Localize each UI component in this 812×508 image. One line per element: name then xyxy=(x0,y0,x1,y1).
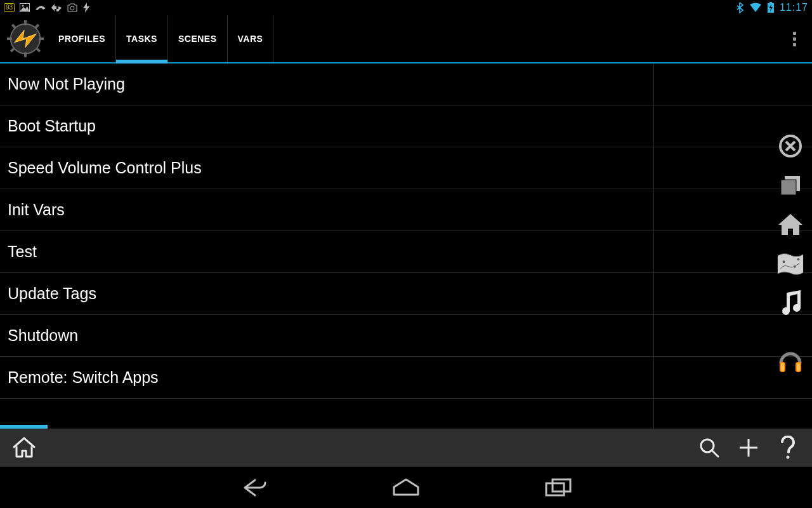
clock-text: 11:17 xyxy=(780,2,808,13)
camera-icon xyxy=(67,3,78,12)
svg-point-2 xyxy=(70,6,74,10)
svg-rect-22 xyxy=(781,363,784,371)
tasker-logo[interactable] xyxy=(3,16,48,62)
svg-point-19 xyxy=(797,258,800,260)
wifi-icon xyxy=(749,3,762,13)
task-row[interactable]: Init Vars xyxy=(0,189,653,231)
task-row[interactable]: Remote: Switch Apps xyxy=(0,357,653,399)
main-tabs: PROFILES TASKS SCENES VARS xyxy=(48,15,273,62)
home-icon[interactable] xyxy=(776,211,804,239)
svg-rect-30 xyxy=(553,479,570,491)
map-icon[interactable] xyxy=(776,250,804,278)
svg-rect-7 xyxy=(24,52,27,57)
bluetooth-icon xyxy=(737,2,744,13)
svg-point-17 xyxy=(783,260,785,263)
task-row[interactable]: Shutdown xyxy=(0,315,653,357)
tab-vars[interactable]: VARS xyxy=(228,15,274,62)
task-row[interactable]: Speed Volume Control Plus xyxy=(0,147,653,189)
windows-icon[interactable] xyxy=(776,171,804,199)
svg-rect-9 xyxy=(39,37,44,40)
tab-tasks[interactable]: TASKS xyxy=(116,15,168,62)
battery-charging-icon xyxy=(767,2,775,13)
task-icons-stack xyxy=(773,132,808,375)
svg-rect-6 xyxy=(24,20,27,25)
task-row[interactable]: Now Not Playing xyxy=(0,64,653,105)
svg-rect-4 xyxy=(769,2,772,3)
app-bottom-bar xyxy=(0,429,812,467)
music-icon[interactable] xyxy=(776,290,804,318)
status-bar: 93 11:17 xyxy=(0,0,812,15)
task-row[interactable]: Test xyxy=(0,231,653,273)
help-button[interactable] xyxy=(773,432,803,463)
search-button[interactable] xyxy=(694,432,724,463)
nav-recents-button[interactable] xyxy=(539,472,577,503)
svg-line-25 xyxy=(712,451,718,457)
svg-rect-29 xyxy=(546,483,564,495)
status-left-icons: 93 xyxy=(4,3,89,13)
sync-icon xyxy=(51,3,62,13)
tab-scenes[interactable]: SCENES xyxy=(168,15,228,62)
swoosh-icon xyxy=(35,4,46,11)
status-right-icons: 11:17 xyxy=(737,2,808,13)
overflow-menu-button[interactable] xyxy=(783,27,806,50)
lightning-icon xyxy=(83,3,89,13)
task-row[interactable]: Update Tags xyxy=(0,273,653,315)
svg-point-1 xyxy=(22,5,24,7)
svg-rect-23 xyxy=(797,363,800,371)
task-list-pane: Now Not Playing Boot Startup Speed Volum… xyxy=(0,64,653,429)
svg-point-28 xyxy=(787,456,790,459)
content-area: Now Not Playing Boot Startup Speed Volum… xyxy=(0,64,812,429)
svg-rect-16 xyxy=(781,180,796,195)
app-header: PROFILES TASKS SCENES VARS xyxy=(0,15,812,64)
headphones-icon[interactable] xyxy=(776,347,804,375)
image-icon xyxy=(20,3,30,12)
nav-back-button[interactable] xyxy=(235,472,273,503)
svg-rect-8 xyxy=(7,37,12,40)
battery-percent-badge: 93 xyxy=(4,3,15,12)
nav-home-button[interactable] xyxy=(387,472,425,503)
add-button[interactable] xyxy=(733,432,764,463)
task-row[interactable]: Boot Startup xyxy=(0,105,653,147)
tab-profiles[interactable]: PROFILES xyxy=(48,15,116,62)
system-nav-bar xyxy=(0,467,812,508)
cancel-icon[interactable] xyxy=(776,132,804,160)
home-button[interactable] xyxy=(9,432,39,463)
task-icon-pane xyxy=(653,64,812,429)
